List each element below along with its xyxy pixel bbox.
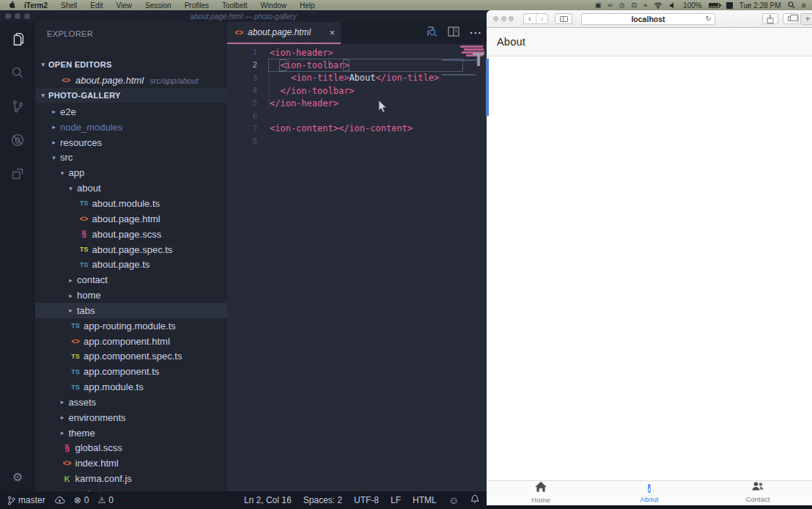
volume-icon[interactable] xyxy=(669,2,676,9)
tab-about[interactable]: iAbout xyxy=(595,481,704,503)
extensions-activity-icon[interactable] xyxy=(0,157,35,191)
status-utf-8[interactable]: UTF-8 xyxy=(354,495,379,505)
errors-indicator[interactable]: ⊗ 0 xyxy=(74,495,89,505)
safari-traffic-lights[interactable] xyxy=(493,16,514,21)
menu-item-iterm2[interactable]: iTerm2 xyxy=(18,1,54,10)
tree-folder-about[interactable]: ▾about xyxy=(35,180,227,196)
menu-item-session[interactable]: Session xyxy=(139,1,178,10)
project-section-header[interactable]: ▾ PHOTO-GALLERY xyxy=(35,88,227,103)
tree-folder-app[interactable]: ▾app xyxy=(35,165,227,180)
vscode-title-bar[interactable]: about.page.html — photo-gallery xyxy=(0,10,487,22)
minimize-window-button[interactable] xyxy=(501,16,506,21)
close-window-button[interactable] xyxy=(493,16,498,21)
tree-file-app-component-ts[interactable]: app.component.ts xyxy=(35,364,227,379)
tree-folder-tabs[interactable]: ▸tabs xyxy=(35,303,227,318)
menu-item-toolbelt[interactable]: Toolbelt xyxy=(215,1,254,10)
tree-folder-src[interactable]: ▾src xyxy=(35,150,227,166)
spotlight-icon[interactable] xyxy=(788,1,795,9)
tree-file-about-page-spec-ts[interactable]: about.page.spec.ts xyxy=(35,242,227,257)
search-activity-icon[interactable] xyxy=(0,56,35,89)
open-search-icon[interactable] xyxy=(426,26,438,40)
source-control-activity-icon[interactable] xyxy=(0,89,35,123)
tree-file-app-routing-module-ts[interactable]: app-routing.module.ts xyxy=(35,318,227,334)
tree-file-global-scss[interactable]: global.scss xyxy=(35,441,227,456)
html-file-icon xyxy=(60,76,72,84)
status-spaces-2[interactable]: Spaces: 2 xyxy=(303,495,342,505)
new-tab-button[interactable]: + xyxy=(800,13,812,25)
open-editors-section-header[interactable]: ▾ OPEN EDITORS xyxy=(35,57,227,72)
tree-folder-environments[interactable]: ▸environments xyxy=(35,410,227,425)
menubar-clock[interactable]: Tue 2:28 PM xyxy=(739,1,781,10)
code-editor[interactable]: 1<ion-header>2 <ion-toolbar>3 <ion-title… xyxy=(227,44,487,491)
menu-item-help[interactable]: Help xyxy=(293,1,322,10)
feedback-smiley-icon[interactable]: ☺ xyxy=(449,494,459,506)
wifi-icon[interactable] xyxy=(654,2,662,9)
tree-folder-resources[interactable]: ▸resources xyxy=(35,135,227,150)
tab-about-page-html[interactable]: about.page.html × xyxy=(227,22,341,44)
minimize-window-button[interactable] xyxy=(15,13,21,19)
tree-item-label: home xyxy=(77,290,101,301)
chevron-right-icon: ▸ xyxy=(59,429,67,436)
zoom-window-button[interactable] xyxy=(24,13,30,19)
debug-activity-icon[interactable] xyxy=(0,123,35,157)
screenshot-icon[interactable]: ▣ xyxy=(595,1,602,9)
share-button[interactable] xyxy=(762,13,778,24)
tree-folder-home[interactable]: ▸home xyxy=(35,288,227,303)
status-lf[interactable]: LF xyxy=(391,495,401,505)
tree-file-app-component-html[interactable]: app.component.html xyxy=(35,334,227,349)
back-button[interactable]: ‹ xyxy=(524,14,536,23)
display-icon[interactable]: ⊡ xyxy=(631,1,637,9)
tree-file-main-ts[interactable]: main.ts xyxy=(35,486,227,491)
tree-file-app-module-ts[interactable]: app.module.ts xyxy=(35,379,227,395)
menu-item-edit[interactable]: Edit xyxy=(84,1,109,10)
warnings-indicator[interactable]: ⚠ 0 xyxy=(97,495,113,505)
eyeglasses-icon[interactable]: ∞ xyxy=(608,1,612,9)
tree-folder-theme[interactable]: ▸theme xyxy=(35,425,227,441)
tree-folder-node-modules[interactable]: ▸node_modules xyxy=(35,120,227,135)
split-editor-icon[interactable] xyxy=(448,26,459,40)
pointer-icon[interactable]: ⌖ xyxy=(643,1,647,9)
battery-icon[interactable] xyxy=(709,3,720,8)
explorer-sidebar: EXPLORER ▾ OPEN EDITORS about.page.html … xyxy=(35,22,227,491)
tree-file-about-page-ts[interactable]: about.page.ts xyxy=(35,257,227,272)
publish-changes-icon[interactable] xyxy=(54,496,65,505)
status-ln-2-col-16[interactable]: Ln 2, Col 16 xyxy=(244,495,292,505)
open-editor-item[interactable]: about.page.html src/app/about xyxy=(35,73,227,88)
git-branch-indicator[interactable]: master xyxy=(7,495,45,505)
reload-icon[interactable]: ↻ xyxy=(706,14,712,24)
tree-file-about-page-html[interactable]: about.page.html xyxy=(35,211,227,227)
close-window-button[interactable] xyxy=(5,13,11,19)
zoom-window-button[interactable] xyxy=(509,16,514,21)
tree-file-karma-conf-js[interactable]: karma.conf.js xyxy=(35,471,227,486)
tab-overview-button[interactable] xyxy=(783,13,799,24)
tree-folder-contact[interactable]: ▸contact xyxy=(35,272,227,288)
tree-item-label: contact xyxy=(77,274,108,285)
menu-item-profiles[interactable]: Profiles xyxy=(178,1,215,10)
tree-file-index-html[interactable]: index.html xyxy=(35,455,227,471)
explorer-activity-icon[interactable] xyxy=(0,22,35,56)
tree-file-about-module-ts[interactable]: about.module.ts xyxy=(35,196,227,211)
forward-button[interactable]: › xyxy=(536,14,548,23)
tab-home[interactable]: Home xyxy=(487,481,595,503)
menu-item-window[interactable]: Window xyxy=(254,1,293,10)
address-bar[interactable]: localhost ↻ xyxy=(581,13,715,25)
notification-center-icon[interactable]: ≡ xyxy=(802,1,806,9)
menu-item-shell[interactable]: Shell xyxy=(54,1,84,10)
tree-folder-e2e[interactable]: ▸e2e xyxy=(35,104,227,120)
status-html[interactable]: HTML xyxy=(413,495,437,505)
tree-file-app-component-spec-ts[interactable]: app.component.spec.ts xyxy=(35,349,227,365)
notifications-bell-icon[interactable] xyxy=(470,494,479,506)
input-source-icon[interactable] xyxy=(726,2,733,9)
sidebar-toggle-button[interactable] xyxy=(555,13,572,24)
tree-folder-assets[interactable]: ▸assets xyxy=(35,395,227,410)
menu-item-view[interactable]: View xyxy=(110,1,139,10)
vscode-traffic-lights[interactable] xyxy=(5,13,30,19)
settings-gear-icon[interactable]: ⚙ xyxy=(0,470,35,484)
home-icon xyxy=(534,481,547,495)
more-actions-icon[interactable]: ··· xyxy=(470,27,482,39)
tree-file-about-page-scss[interactable]: about.page.scss xyxy=(35,227,227,242)
tab-contact[interactable]: Contact xyxy=(704,481,812,503)
apple-logo-icon[interactable] xyxy=(6,1,18,10)
clock-widget-icon[interactable]: ◷ xyxy=(619,1,625,9)
close-tab-icon[interactable]: × xyxy=(329,27,335,38)
